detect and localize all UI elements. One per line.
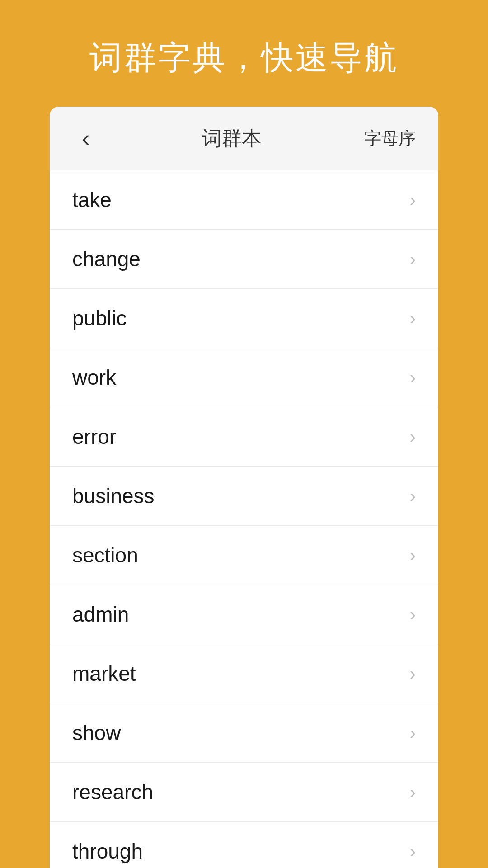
list-item[interactable]: business› [50,467,438,526]
word-label: business [72,484,155,508]
word-label: research [72,780,153,804]
chevron-right-icon: › [410,841,416,862]
list-item[interactable]: through› [50,822,438,868]
chevron-right-icon: › [410,427,416,447]
word-label: admin [72,602,129,627]
chevron-right-icon: › [410,486,416,506]
chevron-right-icon: › [410,249,416,269]
chevron-right-icon: › [410,545,416,566]
card-title: 词群本 [202,125,262,152]
list-item[interactable]: section› [50,526,438,585]
chevron-right-icon: › [410,782,416,802]
list-item[interactable]: show› [50,703,438,763]
list-item[interactable]: market› [50,644,438,703]
word-label: work [72,365,116,390]
chevron-right-icon: › [410,723,416,743]
card-header: ‹ 词群本 字母序 [50,107,438,170]
word-label: take [72,188,112,212]
list-item[interactable]: work› [50,348,438,407]
word-list: take›change›public›work›error›business›s… [50,170,438,868]
chevron-right-icon: › [410,190,416,210]
word-label: error [72,425,116,449]
list-item[interactable]: research› [50,763,438,822]
chevron-right-icon: › [410,368,416,388]
list-item[interactable]: admin› [50,585,438,644]
list-item[interactable]: take› [50,170,438,230]
chevron-right-icon: › [410,664,416,684]
word-card: ‹ 词群本 字母序 take›change›public›work›error›… [50,107,438,868]
sort-button[interactable]: 字母序 [364,127,416,150]
word-label: show [72,721,121,745]
word-label: through [72,839,143,863]
word-label: market [72,661,136,686]
word-label: change [72,247,141,271]
list-item[interactable]: error› [50,407,438,467]
page-title: 词群字典，快速导航 [89,36,399,80]
back-button[interactable]: ‹ [72,125,99,152]
page-header: 词群字典，快速导航 [0,0,488,107]
list-item[interactable]: change› [50,230,438,289]
word-label: public [72,306,127,330]
chevron-right-icon: › [410,308,416,329]
list-item[interactable]: public› [50,289,438,348]
word-label: section [72,543,138,567]
chevron-right-icon: › [410,604,416,625]
